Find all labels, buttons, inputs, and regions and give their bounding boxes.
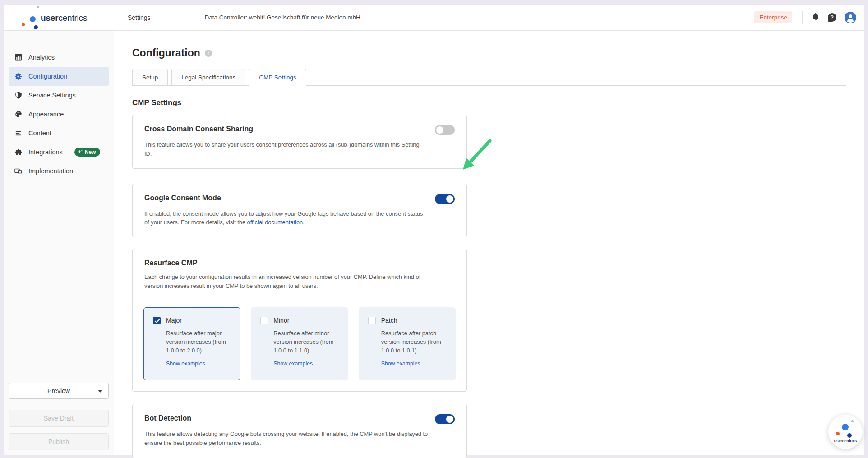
option-label: Major bbox=[166, 317, 182, 324]
page: usercentrics Settings Data Controller: w… bbox=[0, 0, 868, 458]
sidebar: Analytics Configuration Service Settings bbox=[4, 31, 114, 455]
sidebar-item-service-settings[interactable]: Service Settings bbox=[9, 86, 109, 105]
logo-dot-orange bbox=[22, 23, 25, 26]
sidebar-item-label: Analytics bbox=[28, 54, 55, 61]
user-avatar[interactable] bbox=[845, 12, 856, 23]
new-badge: New bbox=[74, 148, 101, 157]
preview-button-label: Preview bbox=[47, 387, 70, 394]
main-content: Configuration i Setup Legal Specificatio… bbox=[114, 31, 864, 455]
analytics-icon bbox=[14, 54, 22, 61]
option-major[interactable]: Major Resurface after major version incr… bbox=[143, 307, 240, 380]
enterprise-badge[interactable]: Enterprise bbox=[754, 11, 792, 23]
minor-checkbox[interactable] bbox=[260, 317, 268, 324]
sidebar-item-label: Service Settings bbox=[28, 92, 76, 99]
show-examples-link[interactable]: Show examples bbox=[166, 361, 205, 367]
google-consent-mode-toggle[interactable] bbox=[435, 194, 455, 204]
card-title: Google Consent Mode bbox=[144, 194, 221, 202]
checkbox-row: Major bbox=[153, 317, 231, 324]
app-shell: usercentrics Settings Data Controller: w… bbox=[4, 5, 864, 455]
resurface-header: Resurface CMP Each change to your config… bbox=[133, 249, 466, 299]
show-examples-link[interactable]: Show examples bbox=[273, 361, 313, 367]
new-badge-label: New bbox=[85, 149, 96, 155]
help-icon[interactable]: ? bbox=[828, 13, 836, 22]
description-text-end: . bbox=[303, 219, 305, 226]
option-description: Resurface after minor version increases … bbox=[273, 329, 338, 355]
option-description: Resurface after patch version increases … bbox=[381, 329, 446, 355]
resurface-options: Major Resurface after major version incr… bbox=[133, 299, 466, 391]
card-google-consent-mode: Google Consent Mode If enabled, the cons… bbox=[132, 184, 467, 238]
body-row: Analytics Configuration Service Settings bbox=[4, 31, 864, 455]
usercentrics-consent-badge[interactable]: usercentrics bbox=[828, 415, 863, 449]
sidebar-item-analytics[interactable]: Analytics bbox=[9, 48, 109, 67]
major-checkbox[interactable] bbox=[153, 317, 161, 324]
tab-bar: Setup Legal Specifications CMP Settings bbox=[132, 69, 846, 86]
top-header: usercentrics Settings Data Controller: w… bbox=[4, 5, 864, 31]
logo-text: usercentrics bbox=[41, 13, 87, 23]
logo-text-rest: centrics bbox=[58, 13, 87, 23]
sidebar-item-label: Appearance bbox=[28, 111, 64, 118]
preview-button[interactable]: Preview bbox=[9, 383, 109, 399]
sidebar-item-label: Implementation bbox=[28, 167, 73, 175]
sidebar-item-content[interactable]: Content bbox=[9, 124, 109, 143]
option-description: Resurface after major version increases … bbox=[166, 329, 231, 355]
sidebar-item-integrations[interactable]: Integrations New bbox=[9, 143, 109, 162]
toggle-knob bbox=[446, 416, 453, 423]
card-description: This feature allows detecting any Google… bbox=[144, 430, 429, 448]
header-divider-right bbox=[802, 11, 803, 24]
badge-logo-text: usercentrics bbox=[828, 439, 863, 443]
checkbox-row: Minor bbox=[260, 317, 338, 324]
sidebar-actions: Preview Save Draft Publish bbox=[4, 383, 114, 455]
option-patch[interactable]: Patch Resurface after patch version incr… bbox=[359, 307, 456, 380]
logo-dot-gray bbox=[37, 6, 39, 8]
chevron-down-icon bbox=[98, 390, 102, 393]
sidebar-item-label: Integrations bbox=[28, 148, 63, 156]
badge-dot-gray bbox=[851, 420, 854, 422]
sidebar-item-label: Configuration bbox=[28, 73, 67, 80]
logo-dot-blue bbox=[30, 16, 36, 22]
content-lines-icon bbox=[14, 130, 22, 137]
toggle-knob bbox=[446, 195, 453, 203]
card-title: Cross Domain Consent Sharing bbox=[144, 125, 253, 133]
nav-settings[interactable]: Settings bbox=[128, 14, 151, 21]
tab-setup[interactable]: Setup bbox=[132, 69, 168, 85]
sidebar-item-appearance[interactable]: Appearance bbox=[9, 105, 109, 124]
official-documentation-link[interactable]: official documentation bbox=[247, 219, 303, 226]
card-title: Bot Detection bbox=[144, 414, 191, 422]
option-minor[interactable]: Minor Resurface after minor version incr… bbox=[251, 307, 348, 380]
save-draft-button[interactable]: Save Draft bbox=[9, 410, 109, 427]
logo-dot-navy bbox=[34, 25, 38, 29]
card-head: Google Consent Mode bbox=[144, 194, 455, 204]
implementation-devices-icon bbox=[14, 167, 22, 175]
data-controller-label: Data Controller: webit! Gesellschaft für… bbox=[205, 14, 360, 21]
card-description: Each change to your configuration result… bbox=[144, 273, 429, 291]
header-divider bbox=[115, 11, 115, 24]
sidebar-item-implementation[interactable]: Implementation bbox=[9, 162, 109, 180]
notifications-bell-icon[interactable] bbox=[812, 13, 820, 23]
option-label: Patch bbox=[381, 317, 397, 324]
palette-icon bbox=[14, 111, 22, 118]
card-bot-detection: Bot Detection This feature allows detect… bbox=[132, 404, 467, 458]
tab-cmp-settings[interactable]: CMP Settings bbox=[249, 69, 306, 86]
bot-detection-toggle[interactable] bbox=[435, 414, 455, 424]
page-title-row: Configuration i bbox=[132, 47, 846, 59]
card-description: This feature allows you to share your us… bbox=[144, 140, 429, 158]
sidebar-item-label: Content bbox=[28, 130, 51, 137]
tab-legal-specifications[interactable]: Legal Specifications bbox=[171, 69, 245, 85]
show-examples-link[interactable]: Show examples bbox=[381, 361, 420, 367]
shield-icon bbox=[14, 92, 22, 99]
badge-dot-blue bbox=[842, 424, 849, 430]
page-title: Configuration bbox=[132, 47, 200, 59]
usercentrics-logo: usercentrics bbox=[19, 5, 79, 31]
header-icons: ? bbox=[812, 12, 864, 23]
sidebar-item-configuration[interactable]: Configuration bbox=[9, 67, 109, 86]
card-cross-domain-consent-sharing: Cross Domain Consent Sharing This featur… bbox=[132, 115, 467, 169]
checkbox-row: Patch bbox=[368, 317, 446, 324]
badge-dot-navy bbox=[847, 433, 852, 438]
publish-button[interactable]: Publish bbox=[9, 433, 109, 450]
logo-text-bold: user bbox=[41, 13, 58, 23]
patch-checkbox[interactable] bbox=[368, 317, 376, 324]
info-icon[interactable]: i bbox=[205, 50, 212, 57]
integrations-puzzle-icon bbox=[14, 148, 22, 156]
card-head: Bot Detection bbox=[144, 414, 455, 424]
cross-domain-toggle[interactable] bbox=[435, 125, 455, 135]
